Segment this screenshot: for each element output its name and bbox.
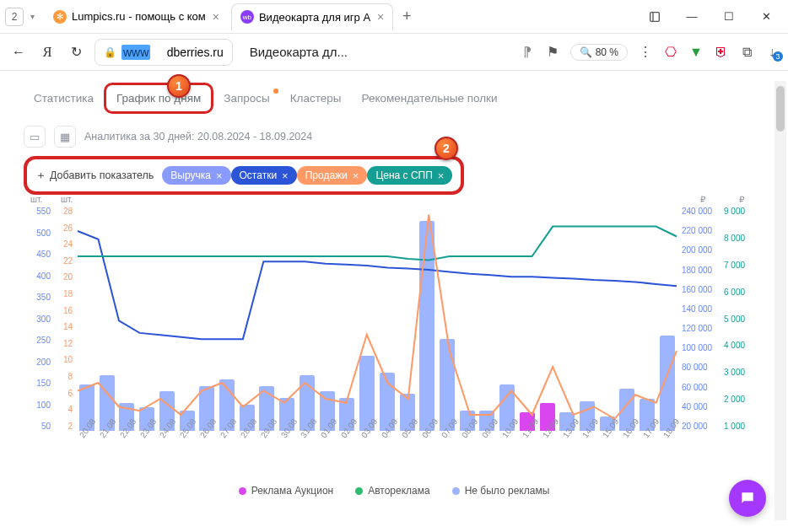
shield-green-icon[interactable]: ▼: [688, 45, 704, 60]
remove-chip-icon[interactable]: ×: [353, 169, 359, 182]
legend-item: Не было рекламы: [452, 485, 550, 497]
tab-count-badge[interactable]: 2: [5, 8, 24, 26]
url-suffix: dberries.ru: [167, 46, 224, 59]
chart-legend: Реклама АукционАвторекламаНе было реклам…: [24, 485, 764, 497]
svg-rect-0: [650, 12, 660, 21]
metric-chip-0[interactable]: Выручка×: [162, 166, 230, 185]
yandex-icon[interactable]: Я: [37, 42, 57, 62]
legend-item: Реклама Аукцион: [239, 485, 333, 497]
bookmark-icon[interactable]: [638, 3, 672, 30]
menu-dots-icon[interactable]: ⋮: [638, 45, 653, 60]
section-tabs: СтатистикаГрафик по днямЗапросыКластерыР…: [24, 83, 764, 114]
section-tab-0[interactable]: Статистика: [24, 85, 104, 111]
annotation-2: 2: [434, 137, 458, 160]
vertical-scrollbar[interactable]: [775, 81, 786, 520]
y2-unit: шт.: [61, 195, 73, 204]
y-axis-right-2: 9 0008 0007 0006 0005 0004 0003 0002 000…: [724, 207, 758, 431]
page-title: Видеокарта дл...: [250, 45, 348, 59]
section-tab-2[interactable]: Запросы: [213, 85, 279, 111]
downloads-icon[interactable]: ↓: [764, 45, 780, 60]
metric-chip-1[interactable]: Остатки×: [231, 166, 297, 185]
nav-reload[interactable]: ↻: [66, 42, 86, 62]
remove-chip-icon[interactable]: ×: [438, 169, 445, 182]
y-axis-left-1: 55050045040035030025020015010050: [24, 207, 51, 431]
browser-tab-1[interactable]: wb Видеокарта для игр A ×: [231, 3, 393, 30]
favicon: ✻: [53, 10, 67, 24]
line-Остатки: [78, 231, 677, 339]
lock-icon: 🔒: [104, 46, 116, 58]
x-axis: 20.0821.0822.0823.0824.0825.0826.0827.08…: [78, 434, 677, 459]
browser-tab-0[interactable]: ✻ Lumpics.ru - помощь с ком ×: [45, 3, 228, 30]
shield-red-icon[interactable]: ⛨: [714, 45, 729, 60]
layout-toggle-button[interactable]: ▭: [24, 126, 46, 148]
browser-addressbar: ← Я ↻ 🔒 www dberries.ru Видеокарта дл...…: [0, 34, 788, 71]
y4-unit: ₽: [739, 195, 744, 204]
annotation-1: 1: [167, 74, 191, 98]
calendar-button[interactable]: ▦: [54, 126, 76, 148]
bookmark-flag-icon[interactable]: ⚑: [545, 45, 560, 60]
analytics-range-label: Аналитика за 30 дней: 20.08.2024 - 18.09…: [84, 131, 312, 142]
remove-chip-icon[interactable]: ×: [216, 169, 223, 182]
close-tab-icon[interactable]: ×: [377, 10, 384, 24]
y-axis-left-2: 282624222018161412108642: [54, 207, 73, 431]
url-box[interactable]: 🔒 www dberries.ru: [94, 39, 233, 66]
metrics-selector: ＋ Добавить показатель Выручка×Остатки×Пр…: [24, 156, 464, 195]
tab-title: Видеокарта для игр A: [259, 11, 370, 24]
browser-titlebar: 2 ▾ ✻ Lumpics.ru - помощь с ком × wb Вид…: [0, 0, 788, 34]
chart: шт. шт. ₽ ₽ 5505004504003503002502001501…: [24, 207, 764, 459]
line-Цена с СПП: [78, 227, 677, 261]
zoom-indicator[interactable]: 🔍 80 %: [570, 44, 628, 61]
url-highlight: www: [121, 45, 150, 60]
add-metric-button[interactable]: ＋ Добавить показатель: [35, 169, 154, 183]
tab-dropdown-icon[interactable]: ▾: [30, 12, 35, 21]
close-tab-icon[interactable]: ×: [213, 10, 219, 24]
plot-area: [78, 207, 677, 431]
chat-fab[interactable]: [729, 480, 766, 517]
analytics-toolbar: ▭ ▦ Аналитика за 30 дней: 20.08.2024 - 1…: [24, 126, 764, 148]
remove-chip-icon[interactable]: ×: [282, 169, 289, 182]
y3-unit: ₽: [700, 195, 705, 204]
section-tab-3[interactable]: Кластеры: [280, 85, 352, 111]
window-close[interactable]: ✕: [749, 3, 783, 30]
extensions-icon[interactable]: ⧉: [739, 45, 754, 60]
section-tab-1[interactable]: График по дням: [104, 83, 213, 114]
window-minimize[interactable]: ―: [675, 3, 709, 30]
line-Продажи: [78, 215, 677, 419]
translate-icon[interactable]: ⁋: [520, 45, 535, 60]
y1-unit: шт.: [30, 195, 42, 204]
window-maximize[interactable]: ☐: [712, 3, 746, 30]
metric-chip-2[interactable]: Продажи×: [297, 166, 368, 185]
adblock-icon[interactable]: ⎔: [663, 45, 678, 60]
section-tab-4[interactable]: Рекомендательные полки: [351, 85, 507, 111]
page-content: 1 2 СтатистикаГрафик по днямЗапросыКласт…: [0, 71, 788, 532]
metric-chip-3[interactable]: Цена с СПП×: [367, 166, 452, 185]
y-axis-right-1: 240 000220 000200 000180 000160 000140 0…: [682, 207, 721, 431]
new-tab-button[interactable]: +: [397, 7, 417, 27]
favicon: wb: [240, 10, 254, 24]
legend-item: Автореклама: [355, 485, 429, 497]
nav-back[interactable]: ←: [8, 42, 29, 62]
tab-title: Lumpics.ru - помощь с ком: [72, 10, 206, 23]
